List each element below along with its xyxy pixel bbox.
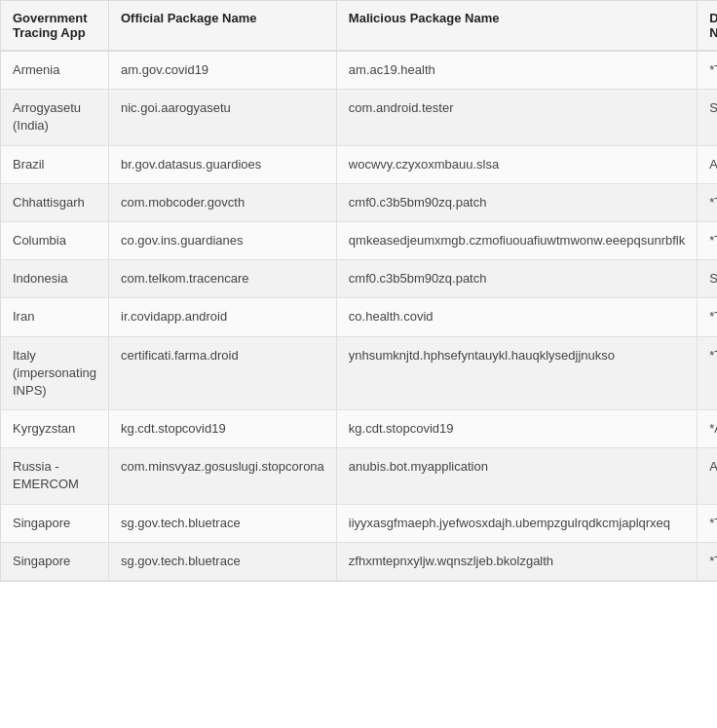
cell-official-pkg: co.gov.ins.guardianes [109, 221, 337, 259]
cell-official-pkg: certificati.farma.droid [109, 336, 337, 410]
cell-official-pkg: kg.cdt.stopcovid19 [109, 410, 337, 448]
cell-official-pkg: sg.gov.tech.bluetrace [109, 504, 337, 542]
cell-gov-app: Singapore [1, 542, 109, 580]
header-official-pkg: Official Package Name [109, 1, 337, 51]
cell-malicious-pkg: iiyyxasgfmaeph.jyefwosxdajh.ubempzgulrqd… [336, 504, 697, 542]
cell-gov-app: Columbia [1, 221, 109, 259]
table-row: Chhattisgarhcom.mobcoder.govcthcmf0.c3b5… [1, 183, 717, 221]
cell-gov-app: Singapore [1, 504, 109, 542]
main-table-container: Government Tracing App Official Package … [0, 0, 717, 582]
cell-malicious-pkg: qmkeasedjeumxmgb.czmofiuouafiuwtmwonw.ee… [336, 221, 697, 259]
table-header-row: Government Tracing App Official Package … [1, 1, 717, 51]
cell-detection: Spynote [698, 260, 717, 298]
cell-official-pkg: ir.covidapp.android [109, 298, 337, 336]
cell-malicious-pkg: cmf0.c3b5bm90zq.patch [336, 183, 697, 221]
cell-detection: *Trojan [698, 51, 717, 90]
table-row: Columbiaco.gov.ins.guardianesqmkeasedjeu… [1, 221, 717, 259]
cell-official-pkg: sg.gov.tech.bluetrace [109, 542, 337, 580]
cell-official-pkg: br.gov.datasus.guardioes [109, 145, 337, 183]
cell-detection: *Trojan [698, 221, 717, 259]
cell-malicious-pkg: zfhxmtepnxyljw.wqnszljeb.bkolzgalth [336, 542, 697, 580]
table-row: Russia - EMERCOMcom.minsvyaz.gosuslugi.s… [1, 448, 717, 504]
table-row: Singaporesg.gov.tech.bluetracezfhxmtepnx… [1, 542, 717, 580]
cell-gov-app: Italy (impersonating INPS) [1, 336, 109, 410]
table-row: Arrogyasetu (India)nic.goi.aarogyasetuco… [1, 90, 717, 145]
table-body: Armeniaam.gov.covid19am.ac19.health*Troj… [1, 51, 717, 581]
cell-malicious-pkg: wocwvy.czyxoxmbauu.slsa [336, 145, 697, 183]
cell-detection: *Trojan [698, 542, 717, 580]
table-row: Brazilbr.gov.datasus.guardioeswocwvy.czy… [1, 145, 717, 183]
cell-official-pkg: nic.goi.aarogyasetu [109, 90, 337, 145]
cell-gov-app: Iran [1, 298, 109, 336]
cell-gov-app: Kyrgyzstan [1, 410, 109, 448]
cell-malicious-pkg: co.health.covid [336, 298, 697, 336]
cell-gov-app: Chhattisgarh [1, 183, 109, 221]
data-table: Government Tracing App Official Package … [1, 1, 717, 581]
cell-official-pkg: com.telkom.tracencare [109, 260, 337, 298]
table-row: Italy (impersonating INPS)certificati.fa… [1, 336, 717, 410]
cell-detection: Anubis [698, 448, 717, 504]
cell-malicious-pkg: anubis.bot.myapplication [336, 448, 697, 504]
cell-malicious-pkg: ynhsumknjtd.hphsefyntauykl.hauqklysedjjn… [336, 336, 697, 410]
table-row: Indonesiacom.telkom.tracencarecmf0.c3b5b… [1, 260, 717, 298]
header-malicious-pkg: Malicious Package Name [336, 1, 697, 51]
table-row: Iranir.covidapp.androidco.health.covid*T… [1, 298, 717, 336]
cell-detection: *Adware [698, 410, 717, 448]
table-row: Singaporesg.gov.tech.bluetraceiiyyxasgfm… [1, 504, 717, 542]
cell-detection: Anubis [698, 145, 717, 183]
cell-gov-app: Russia - EMERCOM [1, 448, 109, 504]
header-gov-app: Government Tracing App [1, 1, 109, 51]
cell-gov-app: Indonesia [1, 260, 109, 298]
cell-detection: Spynote [698, 90, 717, 145]
cell-malicious-pkg: am.ac19.health [336, 51, 697, 90]
cell-detection: *Trojan [698, 504, 717, 542]
cell-official-pkg: com.mobcoder.govcth [109, 183, 337, 221]
cell-malicious-pkg: kg.cdt.stopcovid19 [336, 410, 697, 448]
cell-gov-app: Armenia [1, 51, 109, 90]
header-detection: Detection Name [698, 1, 717, 51]
table-row: Kyrgyzstankg.cdt.stopcovid19kg.cdt.stopc… [1, 410, 717, 448]
cell-detection: *Trojan [698, 298, 717, 336]
cell-malicious-pkg: com.android.tester [336, 90, 697, 145]
cell-official-pkg: am.gov.covid19 [109, 51, 337, 90]
cell-detection: *Trojan [698, 336, 717, 410]
cell-gov-app: Arrogyasetu (India) [1, 90, 109, 145]
cell-malicious-pkg: cmf0.c3b5bm90zq.patch [336, 260, 697, 298]
cell-detection: *Trojan [698, 183, 717, 221]
cell-gov-app: Brazil [1, 145, 109, 183]
table-row: Armeniaam.gov.covid19am.ac19.health*Troj… [1, 51, 717, 90]
cell-official-pkg: com.minsvyaz.gosuslugi.stopcorona [109, 448, 337, 504]
